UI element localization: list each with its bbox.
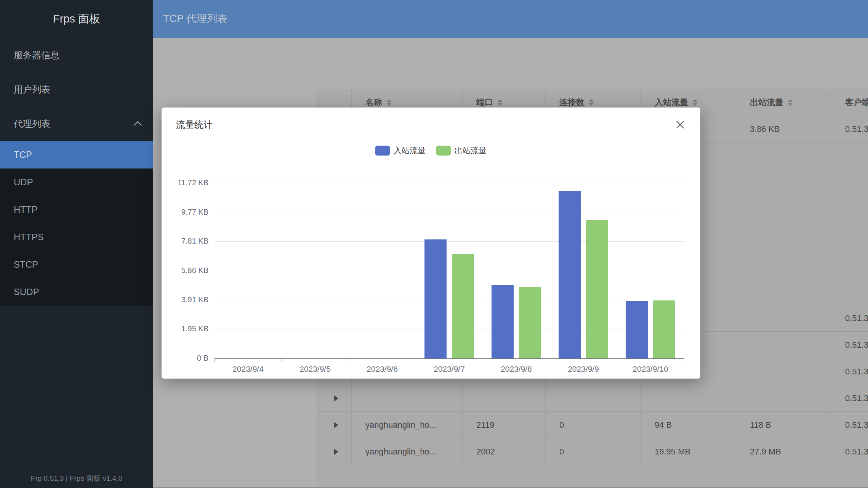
page-title: TCP 代理列表 — [153, 0, 868, 38]
sidebar-subitem-label: HTTPS — [14, 232, 44, 242]
cell-traffic-out: 118 B — [736, 412, 831, 438]
x-axis-label: 2023/9/10 — [617, 364, 684, 374]
expand-cell — [317, 412, 352, 438]
sidebar-item-server-info[interactable]: 服务器信息 — [0, 38, 153, 72]
bar-入站流量 — [626, 301, 648, 358]
table-row: yanghuanglin_ho...2119094 B118 B0.51.3在线 — [317, 412, 868, 438]
bar-group — [483, 285, 550, 358]
cell-traffic-in: 94 B — [641, 412, 736, 438]
sidebar-subitem-udp[interactable]: UDP — [0, 169, 153, 196]
cell-connections: 0 — [546, 438, 641, 465]
cell-traffic-out — [736, 332, 831, 358]
expand-cell — [317, 385, 352, 411]
cell-client-version: 0.51.3 — [831, 438, 868, 465]
column-header-label: 出站流量 — [750, 97, 783, 108]
cell-traffic-in — [641, 385, 736, 411]
sidebar-subitem-http[interactable]: HTTP — [0, 196, 153, 223]
column-header-label: 连接数 — [559, 97, 585, 108]
table-row: 0.51.3在线 — [317, 385, 868, 412]
sort-desc-icon — [788, 103, 793, 106]
cell-name: yanghuanglin_ho... — [352, 412, 463, 438]
sort-desc-icon — [589, 103, 594, 106]
sort-asc-icon — [589, 99, 594, 102]
column-header-label: 客户端版本 — [845, 97, 868, 108]
x-axis-label: 2023/9/6 — [349, 364, 416, 374]
y-axis-label: 1.95 KB — [163, 324, 208, 333]
sidebar-subitem-tcp[interactable]: TCP — [0, 141, 153, 169]
cell-traffic-out: 27.9 MB — [736, 438, 831, 465]
bar-入站流量 — [424, 239, 447, 358]
bar-入站流量 — [492, 285, 514, 358]
sort-carets-icon — [498, 99, 502, 106]
cell-client-version: 0.51.3 — [831, 385, 868, 411]
cell-traffic-out — [736, 385, 831, 411]
cell-traffic-out: 3.86 KB — [736, 116, 831, 142]
sidebar-subitem-sudp[interactable]: SUDP — [0, 278, 153, 306]
sidebar-subitem-https[interactable]: HTTPS — [0, 223, 153, 251]
chevron-up-icon — [134, 121, 142, 129]
expand-cell — [317, 438, 352, 465]
bar-group — [617, 300, 684, 358]
cell-port: 2002 — [463, 438, 546, 465]
x-axis-tick — [684, 359, 684, 362]
x-axis-label: 2023/9/7 — [416, 364, 483, 374]
x-axis-tick — [416, 359, 416, 362]
cell-connections — [546, 385, 641, 411]
sort-desc-icon — [498, 103, 502, 106]
close-icon[interactable] — [674, 119, 686, 130]
cell-client-version: 0.51.3 — [831, 305, 868, 331]
x-axis-tick — [483, 359, 483, 362]
table-row: yanghuanglin_ho...2002019.95 MB27.9 MB0.… — [317, 438, 868, 465]
cell-port: 2119 — [463, 412, 546, 438]
x-axis-tick — [550, 359, 550, 362]
legend-item-入站流量[interactable]: 入站流量 — [375, 145, 426, 156]
sort-carets-icon — [788, 99, 793, 106]
bar-chart-plot-area — [215, 183, 684, 359]
sidebar-menu: 服务器信息用户列表代理列表 — [0, 38, 153, 141]
bar-入站流量 — [559, 191, 581, 358]
x-axis-tick — [215, 359, 215, 362]
sort-desc-icon — [387, 103, 391, 106]
bar-group — [550, 191, 617, 358]
legend-item-出站流量[interactable]: 出站流量 — [436, 145, 487, 156]
sidebar-item-proxy-list[interactable]: 代理列表 — [0, 107, 153, 141]
bar-出站流量 — [519, 287, 541, 358]
sort-desc-icon — [693, 103, 697, 106]
cell-client-version: 0.51.3 — [831, 358, 868, 385]
x-axis-label: 2023/9/4 — [215, 364, 282, 374]
page-header: TCP 代理列表 — [153, 0, 868, 38]
x-axis-tick — [617, 359, 617, 362]
sidebar-subitem-label: TCP — [14, 149, 32, 160]
x-axis-label: 2023/9/5 — [282, 364, 349, 374]
bar-出站流量 — [452, 254, 474, 358]
sidebar-submenu: TCPUDPHTTPHTTPSSTCPSUDP — [0, 141, 153, 306]
bar-group — [416, 239, 483, 358]
x-axis-label: 2023/9/8 — [483, 364, 550, 374]
sidebar-subitem-stcp[interactable]: STCP — [0, 251, 153, 278]
legend-swatch — [436, 146, 451, 156]
column-header-client-version[interactable]: 客户端版本 — [831, 89, 868, 116]
sidebar-item-label: 用户列表 — [14, 83, 50, 96]
dialog-title: 流量统计 — [176, 119, 213, 131]
y-axis-label: 7.81 KB — [163, 237, 208, 246]
cell-port — [463, 385, 546, 411]
legend-label: 出站流量 — [455, 145, 487, 156]
expand-row-icon[interactable] — [334, 422, 338, 428]
column-header-traffic-out[interactable]: 出站流量 — [736, 89, 831, 116]
legend-swatch — [375, 146, 390, 156]
gridline — [215, 183, 684, 183]
x-axis-label: 2023/9/9 — [550, 364, 617, 374]
sidebar: Frps 面板 服务器信息用户列表代理列表 TCPUDPHTTPHTTPSSTC… — [0, 0, 153, 488]
x-axis-tick — [349, 359, 349, 362]
sidebar-subitem-label: STCP — [14, 259, 38, 270]
column-header-label: 名称 — [365, 97, 382, 108]
y-axis-label: 0 B — [163, 354, 208, 363]
cell-connections: 0 — [546, 412, 641, 438]
sidebar-subitem-label: UDP — [14, 177, 33, 188]
sidebar-item-user-list[interactable]: 用户列表 — [0, 72, 153, 107]
expand-row-icon[interactable] — [334, 395, 338, 401]
expand-row-icon[interactable] — [334, 449, 338, 455]
cell-name: yanghuanglin_ho... — [352, 438, 463, 465]
column-header-label: 端口 — [476, 97, 493, 108]
bar-出站流量 — [586, 220, 608, 358]
